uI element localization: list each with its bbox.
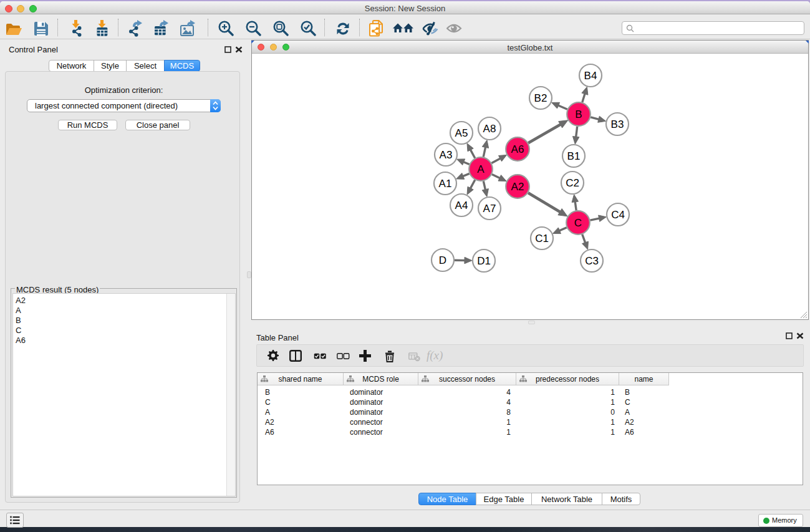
- svg-text:C4: C4: [611, 209, 625, 221]
- svg-text:C: C: [574, 217, 582, 229]
- svg-text:A2: A2: [511, 181, 524, 193]
- svg-text:B1: B1: [567, 150, 581, 162]
- svg-text:A6: A6: [511, 143, 524, 155]
- svg-text:D1: D1: [477, 255, 491, 267]
- svg-text:A7: A7: [483, 203, 496, 215]
- svg-text:B3: B3: [611, 118, 624, 130]
- svg-text:A3: A3: [440, 149, 453, 161]
- svg-text:B4: B4: [584, 70, 597, 82]
- svg-text:B2: B2: [534, 92, 547, 104]
- svg-text:A: A: [477, 163, 485, 175]
- svg-text:D: D: [439, 254, 446, 266]
- svg-text:f(x): f(x): [427, 349, 443, 362]
- svg-text:A8: A8: [483, 123, 496, 135]
- svg-text:C3: C3: [585, 255, 599, 267]
- svg-text:C1: C1: [535, 233, 549, 244]
- svg-text:C2: C2: [566, 177, 579, 189]
- svg-text:A1: A1: [439, 178, 452, 190]
- svg-text:A5: A5: [455, 127, 468, 139]
- svg-text:A4: A4: [455, 200, 468, 211]
- svg-text:B: B: [575, 109, 582, 120]
